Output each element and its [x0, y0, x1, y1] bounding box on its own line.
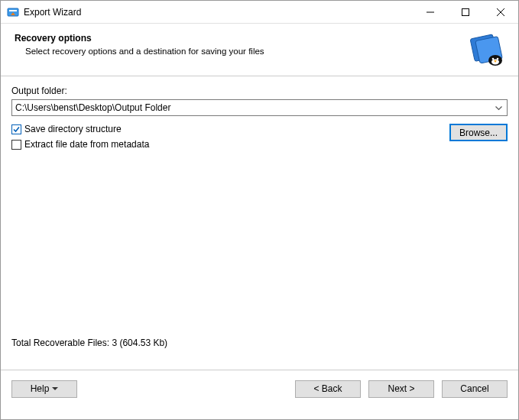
output-folder-combobox[interactable]: C:\Users\benst\Desktop\Output Folder [11, 99, 508, 116]
output-folder-label: Output folder: [11, 86, 508, 96]
help-button-label: Help [31, 383, 50, 394]
svg-rect-1 [9, 10, 17, 11]
maximize-button[interactable] [448, 1, 483, 24]
cancel-button[interactable]: Cancel [442, 380, 508, 398]
output-folder-value: C:\Users\benst\Desktop\Output Folder [15, 102, 170, 113]
next-button[interactable]: Next > [368, 380, 434, 398]
chevron-down-icon [495, 102, 502, 113]
svg-rect-3 [462, 8, 469, 15]
wizard-heading: Recovery options [15, 33, 504, 44]
status-text: Total Recoverable Files: 3 (604.53 Kb) [11, 338, 167, 348]
dropdown-arrow-icon [52, 387, 58, 390]
minimize-button[interactable] [413, 1, 448, 24]
close-button[interactable] [483, 1, 518, 24]
svg-point-11 [497, 58, 499, 60]
extract-metadata-checkbox[interactable]: Extract file date from metadata [11, 139, 449, 150]
back-button[interactable]: < Back [295, 380, 361, 398]
save-directory-structure-checkbox[interactable]: Save directory structure [11, 124, 449, 134]
footer: Help < Back Next > Cancel [1, 370, 518, 407]
save-directory-structure-label: Save directory structure [24, 124, 122, 134]
extract-metadata-label: Extract file date from metadata [24, 139, 149, 150]
wizard-logo-icon [468, 30, 504, 66]
wizard-header: Recovery options Select recovery options… [1, 24, 518, 76]
wizard-subheading: Select recovery options and a destinatio… [15, 47, 504, 56]
svg-point-10 [492, 58, 495, 60]
app-icon [7, 6, 19, 18]
window-title: Export Wizard [24, 7, 81, 18]
content-area: Output folder: C:\Users\benst\Desktop\Ou… [1, 76, 518, 370]
help-button[interactable]: Help [11, 380, 77, 398]
titlebar: Export Wizard [1, 1, 518, 24]
checkbox-icon [11, 140, 21, 150]
browse-button[interactable]: Browse... [449, 124, 508, 141]
checkbox-icon [11, 124, 21, 134]
